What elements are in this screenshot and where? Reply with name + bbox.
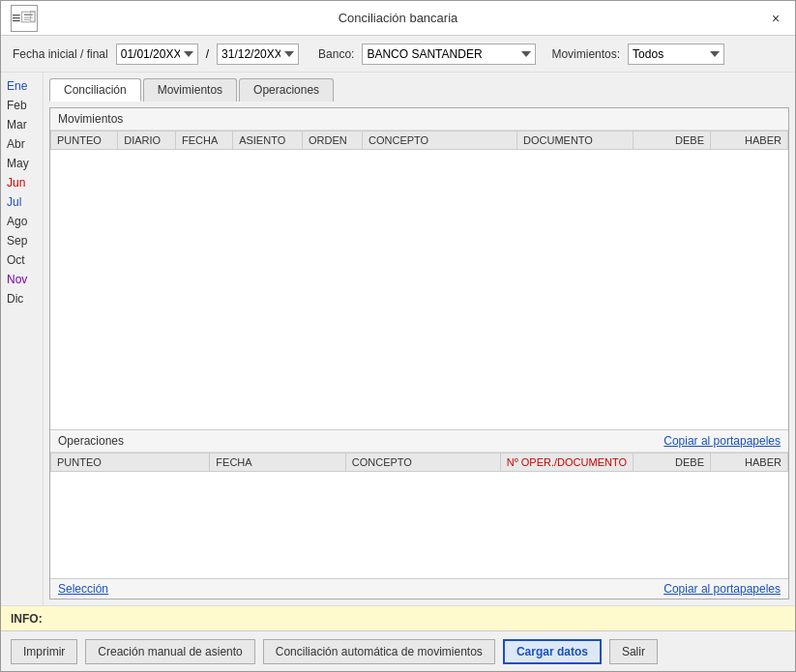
movimientos-grid[interactable]: PUNTEO DIARIO FECHA ASIENTO ORDEN CONCEP… — [50, 131, 788, 285]
op-col-debe: DEBE — [634, 453, 711, 472]
month-jun[interactable]: Jun — [1, 173, 43, 192]
col-diario: DIARIO — [118, 131, 176, 150]
window-title: Conciliación bancaria — [339, 11, 458, 25]
col-concepto: CONCEPTO — [363, 131, 517, 150]
seleccion-link[interactable]: Selección — [58, 582, 108, 596]
salir-button[interactable]: Salir — [609, 639, 658, 664]
col-fecha: FECHA — [176, 131, 233, 150]
month-mar[interactable]: Mar — [1, 115, 43, 134]
col-asiento: ASIENTO — [233, 131, 303, 150]
info-label: INFO: — [11, 612, 43, 626]
movimientos-select[interactable]: Todos — [628, 44, 724, 65]
movimientos-table: PUNTEO DIARIO FECHA ASIENTO ORDEN CONCEP… — [50, 131, 788, 150]
month-abr[interactable]: Abr — [1, 134, 43, 154]
svg-rect-1 — [24, 14, 33, 15]
month-sidebar: Ene Feb Mar Abr May Jun Jul Ago Sep Oct … — [1, 73, 44, 605]
col-haber: HABER — [711, 131, 788, 150]
info-bar: INFO: — [1, 605, 795, 630]
date-separator: / — [206, 47, 209, 61]
banco-select[interactable]: BANCO SANTANDER — [362, 44, 536, 65]
operaciones-section: Operaciones Copiar al portapapeles PUNTE… — [50, 430, 788, 578]
op-col-haber: HABER — [711, 453, 788, 472]
main-area: Ene Feb Mar Abr May Jun Jul Ago Sep Oct … — [1, 73, 795, 605]
fecha-inicio-select[interactable]: 01/01/20XX — [116, 44, 198, 65]
month-may[interactable]: May — [1, 154, 43, 173]
imprimir-button[interactable]: Imprimir — [11, 639, 77, 664]
month-feb[interactable]: Feb — [1, 96, 43, 115]
op-col-concepto: CONCEPTO — [345, 453, 500, 472]
creacion-button[interactable]: Creación manual de asiento — [85, 639, 254, 664]
tab-operaciones[interactable]: Operaciones — [239, 78, 334, 102]
movimientos-label: Movimientos: — [551, 47, 620, 61]
cargar-datos-button[interactable]: Cargar datos — [503, 639, 602, 664]
col-punteo: PUNTEO — [51, 131, 118, 150]
svg-rect-2 — [24, 16, 33, 17]
month-jul[interactable]: Jul — [1, 192, 43, 212]
banco-label: Banco: — [318, 47, 354, 61]
close-button[interactable]: × — [766, 9, 785, 28]
month-oct[interactable]: Oct — [1, 250, 43, 270]
month-ene[interactable]: Ene — [1, 76, 43, 96]
movimientos-section: Movimientos PUNTEO DIARIO FECHA ASIENTO … — [50, 108, 788, 430]
svg-rect-4 — [31, 11, 36, 21]
copy-seleccion-link[interactable]: Copiar al portapapeles — [663, 582, 781, 596]
tabs: Conciliación Movimientos Operaciones — [49, 78, 789, 102]
copy-operaciones-link[interactable]: Copiar al portapapeles — [663, 434, 781, 448]
month-sep[interactable]: Sep — [1, 231, 43, 250]
tab-conciliacion[interactable]: Conciliación — [49, 78, 141, 102]
month-dic[interactable]: Dic — [1, 289, 43, 308]
main-window: Conciliación bancaria × Fecha inicial / … — [0, 0, 796, 672]
app-icon — [11, 5, 38, 32]
main-panel: Movimientos PUNTEO DIARIO FECHA ASIENTO … — [49, 107, 789, 599]
svg-rect-0 — [22, 12, 36, 22]
col-debe: DEBE — [634, 131, 711, 150]
operaciones-title: Operaciones — [58, 434, 124, 448]
op-col-punteo: PUNTEO — [51, 453, 210, 472]
seleccion-bar: Selección Copiar al portapapeles — [50, 578, 788, 599]
operaciones-header: Operaciones Copiar al portapapeles — [50, 430, 788, 453]
fecha-label: Fecha inicial / final — [13, 47, 108, 61]
content-area: Conciliación Movimientos Operaciones Mov… — [44, 73, 795, 605]
movimientos-header: Movimientos — [50, 108, 788, 131]
operaciones-table: PUNTEO FECHA CONCEPTO Nº OPER./DOCUMENTO… — [50, 453, 788, 472]
footer-bar: Imprimir Creación manual de asiento Conc… — [1, 630, 795, 671]
col-documento: DOCUMENTO — [517, 131, 634, 150]
tab-movimientos[interactable]: Movimientos — [143, 78, 237, 102]
title-bar: Conciliación bancaria × — [1, 1, 795, 36]
svg-rect-3 — [24, 18, 30, 19]
month-nov[interactable]: Nov — [1, 270, 43, 289]
toolbar: Fecha inicial / final 01/01/20XX / 31/12… — [1, 36, 795, 73]
col-orden: ORDEN — [302, 131, 362, 150]
month-ago[interactable]: Ago — [1, 212, 43, 231]
conciliacion-auto-button[interactable]: Conciliación automática de movimientos — [263, 639, 495, 664]
movimientos-title: Movimientos — [58, 112, 123, 126]
operaciones-grid[interactable]: PUNTEO FECHA CONCEPTO Nº OPER./DOCUMENTO… — [50, 453, 788, 578]
title-bar-left — [11, 5, 38, 32]
op-col-noper: Nº OPER./DOCUMENTO — [500, 453, 633, 472]
op-col-fecha: FECHA — [210, 453, 345, 472]
fecha-fin-select[interactable]: 31/12/20XX — [217, 44, 299, 65]
